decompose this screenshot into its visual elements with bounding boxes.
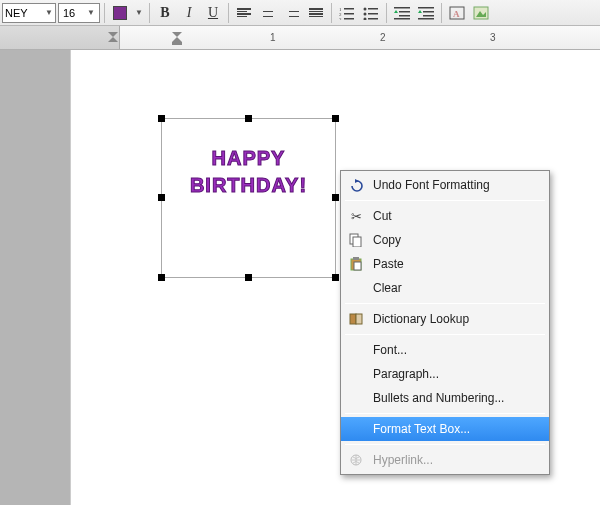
blank-icon bbox=[347, 365, 365, 383]
svg-marker-13 bbox=[394, 10, 398, 13]
align-justify-button[interactable] bbox=[305, 2, 327, 24]
svg-marker-29 bbox=[172, 37, 182, 42]
resize-handle-tl[interactable] bbox=[158, 115, 165, 122]
menu-paste[interactable]: Paste bbox=[341, 252, 549, 276]
font-family-value: NEY bbox=[5, 7, 28, 19]
menu-label: Undo Font Formatting bbox=[373, 178, 490, 192]
resize-handle-bl[interactable] bbox=[158, 274, 165, 281]
svg-rect-12 bbox=[394, 7, 410, 9]
menu-font[interactable]: Font... bbox=[341, 338, 549, 362]
hyperlink-icon bbox=[347, 451, 365, 469]
menu-label: Cut bbox=[373, 209, 392, 223]
align-left-button[interactable] bbox=[233, 2, 255, 24]
ruler-mark: 2 bbox=[380, 32, 386, 43]
menu-label: Paragraph... bbox=[373, 367, 439, 381]
cut-icon: ✂ bbox=[347, 207, 365, 225]
blank-icon bbox=[347, 279, 365, 297]
increase-indent-icon bbox=[418, 6, 434, 20]
align-right-button[interactable] bbox=[281, 2, 303, 24]
resize-handle-ml[interactable] bbox=[158, 194, 165, 201]
ruler-page-area: 1 2 3 bbox=[120, 26, 600, 49]
horizontal-ruler[interactable]: 1 2 3 bbox=[0, 26, 600, 50]
bold-button[interactable]: B bbox=[154, 2, 176, 24]
menu-bullets-numbering[interactable]: Bullets and Numbering... bbox=[341, 386, 549, 410]
font-family-picker[interactable]: NEY ▼ bbox=[2, 3, 56, 23]
svg-rect-1 bbox=[344, 8, 354, 10]
insert-textbox-button[interactable]: A bbox=[446, 2, 468, 24]
indent-marker[interactable] bbox=[172, 28, 182, 46]
chevron-down-icon: ▼ bbox=[45, 8, 53, 17]
svg-rect-30 bbox=[172, 42, 182, 45]
text-box-content[interactable]: HAPPY BIRTHDAY! bbox=[190, 145, 307, 199]
svg-rect-14 bbox=[399, 11, 410, 13]
svg-marker-28 bbox=[172, 32, 182, 37]
svg-rect-3 bbox=[344, 13, 354, 15]
svg-rect-20 bbox=[423, 15, 434, 17]
toolbar-separator bbox=[386, 3, 387, 23]
menu-clear[interactable]: Clear bbox=[341, 276, 549, 300]
menu-label: Font... bbox=[373, 343, 407, 357]
svg-rect-9 bbox=[368, 13, 378, 15]
numbered-list-icon: 123 bbox=[339, 6, 355, 20]
resize-handle-mr[interactable] bbox=[332, 194, 339, 201]
svg-rect-17 bbox=[418, 7, 434, 9]
svg-point-8 bbox=[364, 12, 367, 15]
blank-icon bbox=[347, 389, 365, 407]
svg-rect-7 bbox=[368, 8, 378, 10]
align-center-button[interactable] bbox=[257, 2, 279, 24]
bulleted-list-icon bbox=[363, 6, 379, 20]
decrease-indent-button[interactable] bbox=[391, 2, 413, 24]
resize-handle-tr[interactable] bbox=[332, 115, 339, 122]
svg-rect-11 bbox=[368, 18, 378, 20]
menu-separator bbox=[345, 303, 545, 304]
color-swatch-icon bbox=[113, 6, 127, 20]
menu-dictionary-lookup[interactable]: Dictionary Lookup bbox=[341, 307, 549, 331]
text-box[interactable]: HAPPY BIRTHDAY! bbox=[161, 118, 336, 278]
menu-format-text-box[interactable]: Format Text Box... bbox=[341, 417, 549, 441]
menu-paragraph[interactable]: Paragraph... bbox=[341, 362, 549, 386]
page-gutter bbox=[0, 50, 70, 505]
copy-icon bbox=[347, 231, 365, 249]
svg-marker-31 bbox=[355, 179, 359, 183]
menu-label: Clear bbox=[373, 281, 402, 295]
menu-separator bbox=[345, 413, 545, 414]
menu-hyperlink: Hyperlink... bbox=[341, 448, 549, 472]
menu-cut[interactable]: ✂ Cut bbox=[341, 204, 549, 228]
font-size-picker[interactable]: 16 ▼ bbox=[58, 3, 100, 23]
textbox-icon: A bbox=[449, 6, 465, 20]
resize-handle-tm[interactable] bbox=[245, 115, 252, 122]
menu-label: Dictionary Lookup bbox=[373, 312, 469, 326]
menu-label: Bullets and Numbering... bbox=[373, 391, 504, 405]
menu-copy[interactable]: Copy bbox=[341, 228, 549, 252]
bulleted-list-button[interactable] bbox=[360, 2, 382, 24]
svg-text:A: A bbox=[453, 9, 460, 19]
menu-separator bbox=[345, 444, 545, 445]
resize-handle-bm[interactable] bbox=[245, 274, 252, 281]
book-icon bbox=[347, 310, 365, 328]
underline-button[interactable]: U bbox=[202, 2, 224, 24]
text-line-2: BIRTHDAY! bbox=[190, 172, 307, 199]
svg-rect-33 bbox=[353, 237, 361, 247]
insert-image-button[interactable] bbox=[470, 2, 492, 24]
svg-marker-26 bbox=[108, 32, 118, 37]
decrease-indent-icon bbox=[394, 6, 410, 20]
svg-marker-27 bbox=[108, 37, 118, 42]
toolbar-separator bbox=[149, 3, 150, 23]
italic-button[interactable]: I bbox=[178, 2, 200, 24]
text-line-1: HAPPY bbox=[190, 145, 307, 172]
first-line-indent-marker[interactable] bbox=[108, 28, 118, 46]
menu-label: Hyperlink... bbox=[373, 453, 433, 467]
increase-indent-button[interactable] bbox=[415, 2, 437, 24]
context-menu: Undo Font Formatting ✂ Cut Copy Paste Cl… bbox=[340, 170, 550, 475]
menu-undo-font-formatting[interactable]: Undo Font Formatting bbox=[341, 173, 549, 197]
font-color-dropdown[interactable]: ▼ bbox=[133, 2, 145, 24]
svg-rect-16 bbox=[394, 18, 410, 20]
numbered-list-button[interactable]: 123 bbox=[336, 2, 358, 24]
resize-handle-br[interactable] bbox=[332, 274, 339, 281]
svg-rect-35 bbox=[353, 257, 359, 260]
svg-rect-36 bbox=[354, 262, 361, 270]
paste-icon bbox=[347, 255, 365, 273]
font-color-button[interactable] bbox=[109, 2, 131, 24]
svg-rect-38 bbox=[356, 314, 362, 324]
menu-label: Paste bbox=[373, 257, 404, 271]
